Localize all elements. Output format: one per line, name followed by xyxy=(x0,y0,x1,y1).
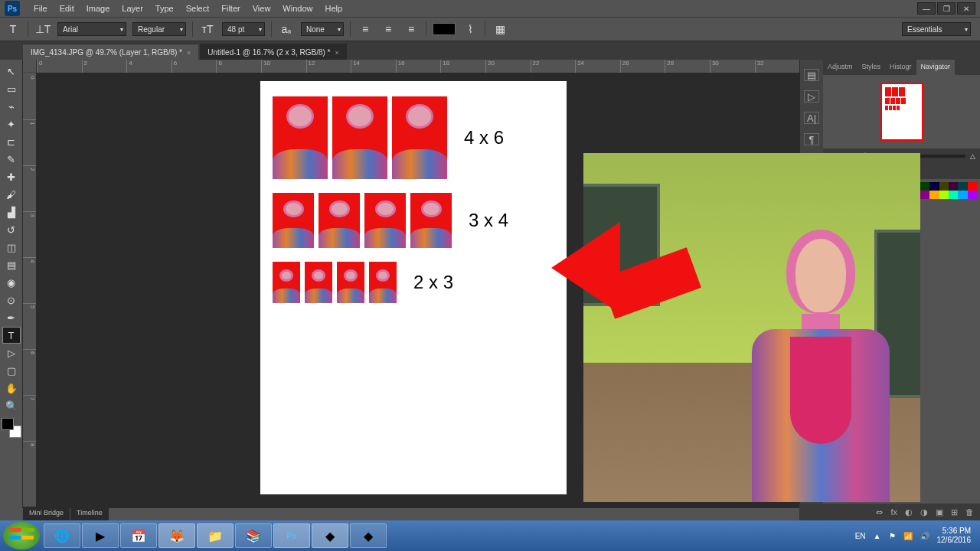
menu-select[interactable]: Select xyxy=(180,2,216,15)
taskbar-libraries[interactable]: 📚 xyxy=(235,523,272,548)
paragraph-panel-icon[interactable]: ¶ xyxy=(804,133,819,145)
stamp-tool[interactable]: ▟ xyxy=(2,204,21,220)
eraser-tool[interactable]: ◫ xyxy=(2,239,21,256)
dodge-tool[interactable]: ⊙ xyxy=(2,292,21,308)
navigator-tab[interactable]: Navigator xyxy=(916,60,956,75)
swatch[interactable] xyxy=(958,191,967,199)
menu-image[interactable]: Image xyxy=(80,2,116,15)
taskbar-photoshop[interactable]: Ps xyxy=(273,523,310,548)
crop-tool[interactable]: ⊏ xyxy=(2,133,21,150)
link-layers-icon[interactable]: ⇔ xyxy=(876,507,883,517)
swatch[interactable] xyxy=(958,182,967,191)
menu-file[interactable]: File xyxy=(28,2,54,15)
swatch[interactable] xyxy=(968,182,977,191)
panels-toggle-icon[interactable]: ▦ xyxy=(492,21,508,37)
navigator-panel[interactable] xyxy=(823,75,980,148)
menu-layer[interactable]: Layer xyxy=(116,2,149,15)
adjustments-tab[interactable]: Adjustm xyxy=(823,60,858,75)
actions-panel-icon[interactable]: ▷ xyxy=(804,90,819,103)
taskbar-explorer[interactable]: 📁 xyxy=(197,523,234,548)
move-tool[interactable]: ↖ xyxy=(2,63,21,80)
layer-style-icon[interactable]: fx xyxy=(890,507,897,517)
align-center-icon[interactable]: ≡ xyxy=(380,21,397,37)
tray-network-icon[interactable]: 📶 xyxy=(903,532,913,540)
close-icon[interactable]: × xyxy=(187,49,191,57)
marquee-tool[interactable]: ▭ xyxy=(2,80,21,97)
history-panel-icon[interactable]: ▤ xyxy=(804,69,819,81)
histogram-tab[interactable]: Histogr xyxy=(885,60,916,75)
align-left-icon[interactable]: ≡ xyxy=(357,21,374,37)
text-tool[interactable]: T xyxy=(2,327,21,344)
styles-tab[interactable]: Styles xyxy=(858,60,886,75)
delete-layer-icon[interactable]: 🗑 xyxy=(965,507,974,517)
brush-tool[interactable]: 🖌 xyxy=(2,186,21,203)
close-icon[interactable]: × xyxy=(335,49,339,57)
menu-view[interactable]: View xyxy=(247,2,277,15)
hand-tool[interactable]: ✋ xyxy=(2,380,21,396)
document-tab-2[interactable]: Untitled-1 @ 16.7% (2 x 3, RGB/8) *× xyxy=(200,44,346,60)
tray-flag-icon[interactable]: ⚑ xyxy=(889,532,896,540)
document-tab-1[interactable]: IMG_4134.JPG @ 49.7% (Layer 1, RGB/8) *× xyxy=(23,44,198,60)
start-button[interactable] xyxy=(3,522,40,549)
taskbar-wmp[interactable]: ▶ xyxy=(82,523,119,548)
menu-window[interactable]: Window xyxy=(276,2,318,15)
tray-lang[interactable]: EN xyxy=(855,532,866,540)
swatch[interactable] xyxy=(949,191,958,199)
zoom-out-icon[interactable]: △ xyxy=(970,152,975,160)
antialias-dropdown[interactable]: None xyxy=(301,22,344,36)
path-select-tool[interactable]: ▷ xyxy=(2,344,21,361)
swatch[interactable] xyxy=(949,182,958,191)
font-family-dropdown[interactable]: Arial xyxy=(57,22,126,36)
new-layer-icon[interactable]: ⊞ xyxy=(951,507,958,517)
maximize-button[interactable]: ❐ xyxy=(937,2,956,15)
tray-volume-icon[interactable]: 🔊 xyxy=(920,532,929,540)
warp-text-icon[interactable]: ⌇ xyxy=(462,21,479,37)
adjustment-layer-icon[interactable]: ◑ xyxy=(920,507,928,517)
workspace-dropdown[interactable]: Essentials xyxy=(902,22,971,36)
group-icon[interactable]: ▣ xyxy=(936,507,943,517)
swatch[interactable] xyxy=(929,191,939,199)
passport-photo xyxy=(305,262,332,303)
swatch[interactable] xyxy=(939,191,949,199)
text-color-swatch[interactable] xyxy=(433,23,456,35)
menu-filter[interactable]: Filter xyxy=(215,2,246,15)
menu-type[interactable]: Type xyxy=(149,2,180,15)
mini-bridge-tab[interactable]: Mini Bridge xyxy=(23,507,70,520)
shape-tool[interactable]: ▢ xyxy=(2,362,21,379)
blur-tool[interactable]: ◉ xyxy=(2,274,21,291)
pen-tool[interactable]: ✒ xyxy=(2,309,21,326)
tray-clock[interactable]: 5:36 PM12/6/2016 xyxy=(937,527,972,545)
minimize-button[interactable]: — xyxy=(917,2,936,15)
font-size-dropdown[interactable]: 48 pt xyxy=(222,22,265,36)
align-right-icon[interactable]: ≡ xyxy=(403,21,420,37)
swatch[interactable] xyxy=(968,191,977,199)
eyedropper-tool[interactable]: ✎ xyxy=(2,151,21,168)
swatch[interactable] xyxy=(929,182,939,191)
gradient-tool[interactable]: ▤ xyxy=(2,256,21,273)
swatch[interactable] xyxy=(939,182,949,191)
document-canvas[interactable]: 4 x 63 x 42 x 3 xyxy=(260,81,567,494)
layer-mask-icon[interactable]: ◐ xyxy=(905,507,913,517)
swatch[interactable] xyxy=(920,182,929,191)
lasso-tool[interactable]: ⌁ xyxy=(2,98,21,115)
taskbar-mpc[interactable]: 📅 xyxy=(120,523,157,548)
taskbar-firefox[interactable]: 🦊 xyxy=(158,523,195,548)
wand-tool[interactable]: ✦ xyxy=(2,116,21,132)
zoom-tool[interactable]: 🔍 xyxy=(2,397,21,414)
character-panel-icon[interactable]: A| xyxy=(804,112,819,124)
menu-help[interactable]: Help xyxy=(318,2,348,15)
font-style-dropdown[interactable]: Regular xyxy=(132,22,186,36)
taskbar-ie[interactable]: 🌐 xyxy=(44,523,80,548)
history-brush-tool[interactable]: ↺ xyxy=(2,221,21,238)
tray-up-icon[interactable]: ▲ xyxy=(874,532,881,540)
text-orientation-icon[interactable]: ⊥T xyxy=(34,21,51,37)
swatch[interactable] xyxy=(920,191,929,199)
taskbar-app2[interactable]: ◆ xyxy=(350,523,387,548)
healing-tool[interactable]: ✚ xyxy=(2,168,21,185)
taskbar-app1[interactable]: ◆ xyxy=(312,523,348,548)
close-button[interactable]: ✕ xyxy=(957,2,975,15)
color-picker[interactable] xyxy=(2,418,21,438)
timeline-tab[interactable]: Timeline xyxy=(70,507,109,520)
layers-footer: ⇔ fx ◐ ◑ ▣ ⊞ 🗑 xyxy=(799,504,980,520)
menu-edit[interactable]: Edit xyxy=(54,2,80,15)
